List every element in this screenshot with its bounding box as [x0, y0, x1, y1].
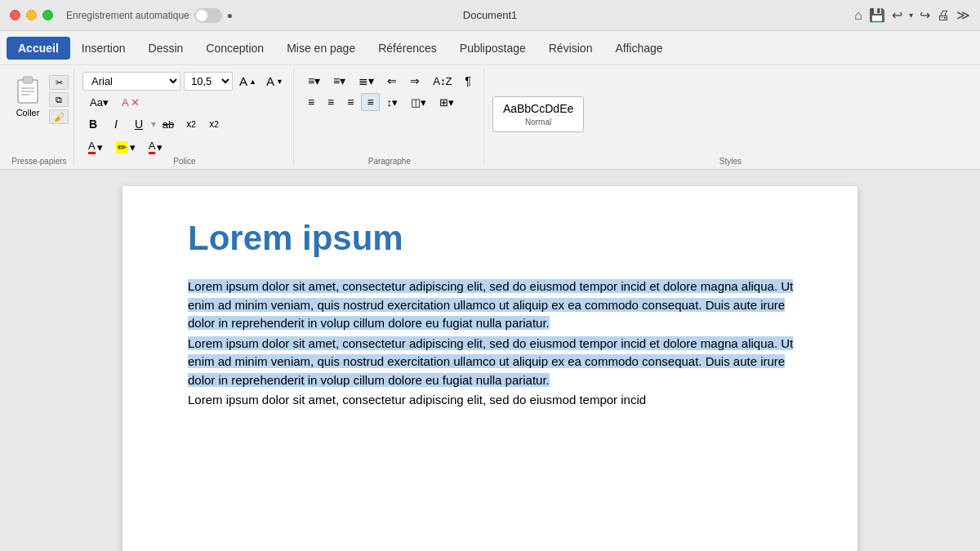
- menu-mise-en-page[interactable]: Mise en page: [275, 37, 367, 60]
- align-left-button[interactable]: ≡: [302, 93, 320, 111]
- document-title: Document1: [463, 9, 517, 21]
- format-painter-button[interactable]: 🖌: [49, 109, 69, 124]
- font-group: Arial Calibri Times New Roman 10,5 11 12…: [76, 69, 294, 166]
- justify-button[interactable]: ≡: [361, 93, 379, 111]
- ribbon: Coller ✂ ⧉ 🖌 Presse-papiers Arial Calibr…: [0, 65, 980, 170]
- autosave-toggle[interactable]: [194, 8, 222, 23]
- clipboard-small-buttons: ✂ ⧉ 🖌: [49, 72, 69, 124]
- underline-button[interactable]: U: [128, 114, 149, 134]
- titlebar: Enregistrement automatique ● ⌂ 💾 ↩ ▾ ↪ 🖨…: [0, 0, 980, 31]
- undo-icon[interactable]: ↩: [892, 7, 902, 23]
- strikethrough-button[interactable]: ab: [158, 114, 179, 134]
- menu-publipostage[interactable]: Publipostage: [448, 37, 537, 60]
- shading-button[interactable]: ◫▾: [405, 94, 432, 111]
- line-spacing-button[interactable]: ↕▾: [381, 94, 404, 111]
- underline-dropdown[interactable]: ▾: [151, 118, 156, 130]
- numbered-list-button[interactable]: ≡▾: [327, 72, 351, 90]
- superscript-button[interactable]: x2: [203, 114, 225, 134]
- font-size-select[interactable]: 10,5 11 12: [184, 72, 233, 91]
- svg-rect-1: [23, 77, 33, 83]
- font-shrink-button[interactable]: A▼: [263, 73, 287, 89]
- decrease-indent-button[interactable]: ⇐: [381, 72, 403, 90]
- menu-dessin[interactable]: Dessin: [137, 37, 195, 60]
- paste-label: Coller: [16, 108, 40, 118]
- borders-button[interactable]: ⊞▾: [434, 94, 460, 111]
- document-paragraph-1[interactable]: Lorem ipsum dolor sit amet, consectetur …: [188, 278, 808, 333]
- styles-group: AaBbCcDdEe Normal Styles: [486, 69, 975, 166]
- menu-revision[interactable]: Révision: [537, 37, 604, 60]
- font-row-3: A▾ ✏▾ A▾: [82, 137, 287, 157]
- styles-group-label: Styles: [719, 157, 742, 166]
- paragraph-3-text: Lorem ipsum dolor sit amet, consectetur …: [188, 393, 646, 407]
- increase-indent-button[interactable]: ⇒: [404, 72, 425, 90]
- menu-affichage[interactable]: Affichage: [604, 37, 674, 60]
- align-center-button[interactable]: ≡: [322, 93, 340, 111]
- paragraph-group-label: Paragraphe: [368, 157, 411, 166]
- autosave-label: Enregistrement automatique ●: [66, 8, 233, 23]
- document-heading: Lorem ipsum: [188, 219, 808, 258]
- aa-button[interactable]: Aa▾: [84, 94, 114, 111]
- titlebar-icons: ⌂ 💾 ↩ ▾ ↪ 🖨 ≫: [854, 7, 970, 23]
- paragraph-group: ≡▾ ≡▾ ≣▾ ⇐ ⇒ A↕Z ¶ ≡ ≡ ≡ ≡ ↕▾ ◫▾ ⊞▾ Para…: [296, 69, 484, 166]
- para-row-2: ≡ ≡ ≡ ≡ ↕▾ ◫▾ ⊞▾: [302, 93, 477, 111]
- menu-insertion[interactable]: Insertion: [70, 37, 137, 60]
- font-grow-button[interactable]: A▲: [236, 73, 260, 89]
- selected-text-2: Lorem ipsum dolor sit amet, consectetur …: [188, 336, 793, 387]
- copy-button[interactable]: ⧉: [49, 92, 69, 107]
- save-icon[interactable]: 💾: [869, 7, 885, 23]
- red-arrow: [122, 227, 131, 292]
- menu-references[interactable]: Références: [367, 37, 448, 60]
- minimize-button[interactable]: [26, 10, 37, 20]
- align-right-button[interactable]: ≡: [341, 93, 359, 111]
- menubar: Accueil Insertion Dessin Conception Mise…: [0, 31, 980, 65]
- bullet-list-button[interactable]: ≡▾: [302, 72, 326, 90]
- font-color2-button[interactable]: A▾: [143, 137, 169, 157]
- clipboard-group-label: Presse-papiers: [11, 157, 66, 166]
- document-page[interactable]: Lorem ipsum Lorem ipsum dolor sit amet, …: [122, 186, 858, 551]
- print-icon[interactable]: 🖨: [937, 8, 950, 23]
- font-group-label: Police: [173, 157, 195, 166]
- show-marks-button[interactable]: ¶: [459, 72, 477, 90]
- highlight-color-button[interactable]: ✏▾: [110, 139, 141, 156]
- selected-text-1: Lorem ipsum dolor sit amet, consectetur …: [188, 279, 793, 330]
- customize-icon[interactable]: ≫: [956, 7, 970, 23]
- style-normal-card[interactable]: AaBbCcDdEe Normal: [492, 96, 584, 132]
- menu-accueil[interactable]: Accueil: [7, 37, 70, 60]
- menu-conception[interactable]: Conception: [194, 37, 275, 60]
- style-card-name: Normal: [503, 115, 573, 127]
- traffic-lights: [10, 10, 53, 20]
- paste-button[interactable]: Coller: [10, 72, 46, 119]
- font-color-button[interactable]: A▾: [82, 137, 109, 157]
- multilevel-list-button[interactable]: ≣▾: [353, 72, 380, 90]
- sort-button[interactable]: A↕Z: [427, 73, 457, 90]
- document-area: Lorem ipsum Lorem ipsum dolor sit amet, …: [0, 170, 980, 551]
- cut-button[interactable]: ✂: [49, 75, 69, 90]
- bold-button[interactable]: B: [82, 114, 104, 134]
- redo-icon[interactable]: ↪: [920, 7, 930, 23]
- undo-dropdown-icon[interactable]: ▾: [909, 11, 913, 20]
- paste-icon: [13, 73, 42, 106]
- font-row-1b: Aa▾ A✕: [84, 94, 287, 111]
- home-icon[interactable]: ⌂: [854, 8, 862, 23]
- font-row-1: Arial Calibri Times New Roman 10,5 11 12…: [82, 72, 287, 91]
- clear-format-button[interactable]: A✕: [116, 94, 145, 111]
- para-row-1: ≡▾ ≡▾ ≣▾ ⇐ ⇒ A↕Z ¶: [302, 72, 477, 90]
- font-name-select[interactable]: Arial Calibri Times New Roman: [82, 72, 180, 91]
- italic-button[interactable]: I: [105, 114, 127, 134]
- clipboard-group: Coller ✂ ⧉ 🖌 Presse-papiers: [5, 69, 74, 166]
- document-paragraph-2[interactable]: Lorem ipsum dolor sit amet, consectetur …: [188, 335, 808, 390]
- document-paragraph-3[interactable]: Lorem ipsum dolor sit amet, consectetur …: [188, 391, 808, 410]
- font-row-2: B I U ▾ ab x2 x2: [82, 114, 287, 134]
- maximize-button[interactable]: [42, 10, 53, 20]
- close-button[interactable]: [10, 10, 20, 20]
- style-card-preview: AaBbCcDdEe: [503, 102, 573, 115]
- subscript-button[interactable]: x2: [180, 114, 202, 134]
